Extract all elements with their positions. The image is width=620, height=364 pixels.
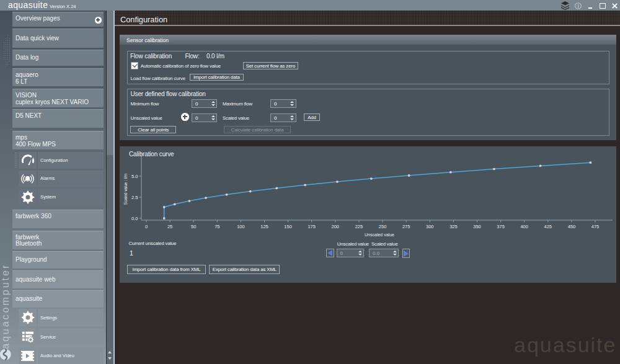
svg-text:450: 450 bbox=[568, 224, 576, 229]
svg-text:75: 75 bbox=[215, 224, 219, 229]
svg-text:375: 375 bbox=[497, 224, 505, 229]
svg-text:225: 225 bbox=[355, 224, 363, 229]
svg-text:Scaled value : l/m: Scaled value : l/m bbox=[123, 173, 128, 205]
svg-text:0: 0 bbox=[145, 224, 148, 229]
svg-text:125: 125 bbox=[260, 224, 268, 229]
svg-text:2.5: 2.5 bbox=[131, 195, 138, 200]
svg-text:Unscaled value: Unscaled value bbox=[365, 233, 394, 237]
svg-text:400: 400 bbox=[520, 224, 528, 229]
svg-text:250: 250 bbox=[379, 224, 387, 229]
svg-text:200: 200 bbox=[332, 224, 340, 229]
svg-text:425: 425 bbox=[544, 224, 552, 229]
svg-text:275: 275 bbox=[402, 224, 410, 229]
svg-text:100: 100 bbox=[237, 224, 245, 229]
svg-text:5.0: 5.0 bbox=[131, 174, 138, 179]
svg-text:175: 175 bbox=[308, 224, 316, 229]
svg-text:0.0: 0.0 bbox=[131, 216, 138, 221]
svg-text:150: 150 bbox=[284, 224, 292, 229]
svg-text:325: 325 bbox=[450, 224, 458, 229]
svg-text:475: 475 bbox=[591, 224, 600, 229]
svg-text:300: 300 bbox=[426, 224, 434, 229]
svg-text:350: 350 bbox=[473, 224, 481, 229]
svg-text:50: 50 bbox=[191, 224, 196, 229]
svg-text:25: 25 bbox=[167, 224, 172, 229]
